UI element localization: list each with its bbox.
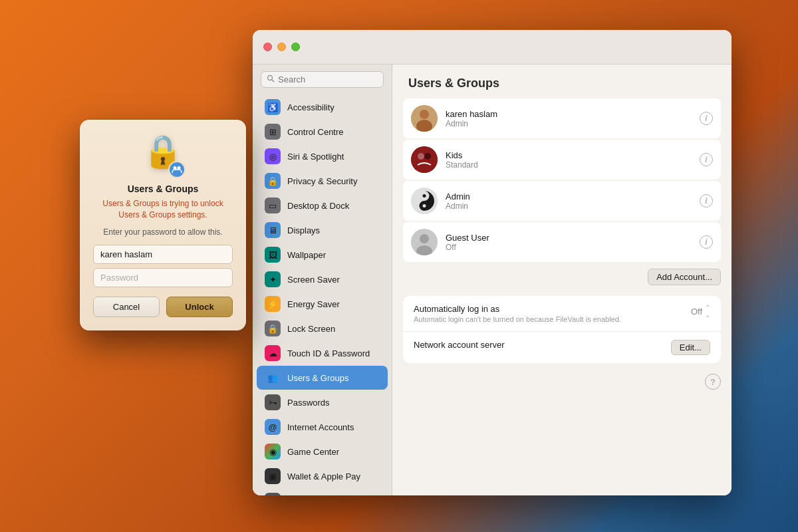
sidebar-item-users-groups[interactable]: 👥Users & Groups <box>257 366 388 390</box>
user-name-karen: karen haslam <box>446 109 692 119</box>
info-button-admin[interactable]: i <box>700 194 713 207</box>
minimize-button[interactable] <box>277 43 286 51</box>
passwords-label: Passwords <box>287 398 330 408</box>
sidebar-item-siri-spotlight[interactable]: ◎Siri & Spotlight <box>257 144 388 168</box>
auto-login-row: Automatically log in as Automatic login … <box>403 296 721 332</box>
info-button-karen[interactable]: i <box>700 112 713 125</box>
control-centre-label: Control Centre <box>287 127 344 137</box>
chevron-icon: ⌃⌄ <box>705 304 710 319</box>
sidebar-item-passwords[interactable]: 🗝Passwords <box>257 390 388 414</box>
svg-point-5 <box>411 146 438 173</box>
unlock-dialog: 🔒 Users & Groups Users & Groups is tryin… <box>80 120 246 331</box>
wallet-icon: ▣ <box>265 468 281 484</box>
dialog-icon-wrap: 🔒 <box>143 136 183 176</box>
sidebar-item-accessibility[interactable]: ♿Accessibility <box>257 95 388 119</box>
desktop-dock-label: Desktop & Dock <box>287 201 349 211</box>
svg-point-12 <box>420 234 429 243</box>
settings-section: Automatically log in as Automatic login … <box>403 296 721 363</box>
info-button-guest[interactable]: i <box>700 235 713 249</box>
user-avatar-guest <box>411 229 438 255</box>
edit-button[interactable]: Edit... <box>671 340 710 355</box>
sidebar-item-privacy-security[interactable]: 🔒Privacy & Security <box>257 169 388 193</box>
password-field[interactable] <box>93 268 233 287</box>
search-input-wrap[interactable] <box>261 71 384 88</box>
cancel-button[interactable]: Cancel <box>93 297 160 317</box>
user-info-kids: KidsStandard <box>446 150 692 170</box>
user-info-guest: Guest UserOff <box>446 233 692 252</box>
svg-point-10 <box>423 204 426 207</box>
user-avatar-karen <box>411 105 438 132</box>
sidebar-item-keyboard[interactable]: ⌨Keyboard <box>257 489 388 495</box>
control-centre-icon: ⊞ <box>265 124 281 140</box>
wallet-label: Wallet & Apple Pay <box>287 471 360 481</box>
screen-saver-label: Screen Saver <box>287 275 340 285</box>
svg-point-6 <box>418 153 424 160</box>
internet-accounts-label: Internet Accounts <box>287 422 354 432</box>
sidebar-item-energy-saver[interactable]: ⚡Energy Saver <box>257 292 388 316</box>
user-avatar-admin <box>411 188 438 214</box>
user-role-guest: Off <box>446 243 692 252</box>
accessibility-label: Accessibility <box>287 102 334 112</box>
auto-login-label: Automatically log in as <box>414 304 621 314</box>
screen-saver-icon: ✦ <box>265 271 281 287</box>
user-name-guest: Guest User <box>446 233 692 243</box>
main-title: Users & Groups <box>392 65 732 98</box>
user-item-guest[interactable]: Guest UserOffi <box>403 222 721 262</box>
help-button[interactable]: ? <box>705 374 721 390</box>
sidebar-item-displays[interactable]: 🖥Displays <box>257 218 388 242</box>
users-groups-label: Users & Groups <box>287 373 348 383</box>
wallpaper-label: Wallpaper <box>287 250 326 260</box>
user-info-karen: karen haslamAdmin <box>446 109 692 128</box>
window-titlebar <box>253 30 732 65</box>
user-item-admin[interactable]: AdminAdmini <box>403 181 721 221</box>
privacy-security-icon: 🔒 <box>265 173 281 189</box>
auto-login-info: Automatically log in as Automatic login … <box>414 304 621 323</box>
add-account-button[interactable]: Add Account... <box>648 269 721 285</box>
displays-label: Displays <box>287 225 320 235</box>
sidebar-item-wallpaper[interactable]: 🖼Wallpaper <box>257 243 388 267</box>
energy-saver-label: Energy Saver <box>287 299 340 309</box>
wallpaper-icon: 🖼 <box>265 247 281 263</box>
sidebar-item-touch-id[interactable]: ☁Touch ID & Password <box>257 341 388 365</box>
badge-icon <box>168 161 186 178</box>
close-button[interactable] <box>263 43 272 51</box>
user-item-karen[interactable]: karen haslamAdmini <box>403 98 721 138</box>
network-account-row: Network account server Edit... <box>403 332 721 363</box>
dialog-buttons: Cancel Unlock <box>93 297 233 317</box>
users-groups-icon: 👥 <box>265 370 281 386</box>
username-field[interactable] <box>93 245 233 264</box>
auto-login-value-text: Off <box>691 307 702 317</box>
sidebar-list: ♿Accessibility⊞Control Centre◎Siri & Spo… <box>253 94 392 495</box>
dialog-title: Users & Groups <box>128 184 199 194</box>
game-center-label: Game Center <box>287 447 339 457</box>
svg-point-3 <box>420 110 429 119</box>
game-center-icon: ◉ <box>265 444 281 460</box>
sidebar: ♿Accessibility⊞Control Centre◎Siri & Spo… <box>253 65 392 495</box>
system-preferences-window: ♿Accessibility⊞Control Centre◎Siri & Spo… <box>253 30 732 495</box>
unlock-button[interactable]: Unlock <box>166 297 233 317</box>
passwords-icon: 🗝 <box>265 394 281 410</box>
sidebar-item-wallet[interactable]: ▣Wallet & Apple Pay <box>257 464 388 488</box>
dialog-description: Users & Groups is trying to unlock Users… <box>93 198 233 221</box>
sidebar-item-desktop-dock[interactable]: ▭Desktop & Dock <box>257 194 388 217</box>
sidebar-item-game-center[interactable]: ◉Game Center <box>257 440 388 464</box>
search-input[interactable] <box>278 74 378 84</box>
auto-login-sublabel: Automatic login can't be turned on becau… <box>414 315 621 323</box>
user-role-karen: Admin <box>446 119 692 128</box>
network-account-label: Network account server <box>414 340 505 350</box>
sidebar-item-screen-saver[interactable]: ✦Screen Saver <box>257 267 388 291</box>
svg-point-7 <box>424 153 431 160</box>
user-item-kids[interactable]: KidsStandardi <box>403 140 721 180</box>
lock-screen-label: Lock Screen <box>287 324 335 334</box>
siri-spotlight-icon: ◎ <box>265 148 281 164</box>
displays-icon: 🖥 <box>265 222 281 238</box>
privacy-security-label: Privacy & Security <box>287 176 357 186</box>
sidebar-item-control-centre[interactable]: ⊞Control Centre <box>257 120 388 144</box>
user-avatar-kids <box>411 146 438 173</box>
maximize-button[interactable] <box>291 43 300 51</box>
sidebar-item-internet-accounts[interactable]: @Internet Accounts <box>257 415 388 439</box>
auto-login-value: Off ⌃⌄ <box>691 304 710 319</box>
sidebar-item-lock-screen[interactable]: 🔒Lock Screen <box>257 317 388 340</box>
info-button-kids[interactable]: i <box>700 153 713 166</box>
dialog-instruction: Enter your password to allow this. <box>103 227 222 237</box>
